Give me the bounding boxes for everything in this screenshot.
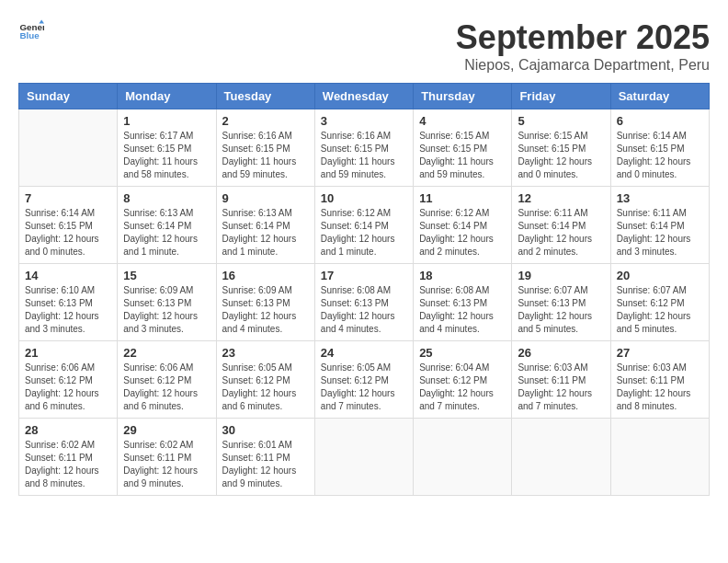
location-subtitle: Niepos, Cajamarca Department, Peru	[456, 57, 710, 74]
day-number: 24	[321, 346, 407, 360]
day-number: 13	[617, 191, 703, 205]
day-number: 6	[617, 114, 703, 128]
day-number: 21	[25, 346, 111, 360]
day-number: 7	[25, 191, 111, 205]
day-number: 18	[419, 269, 506, 282]
calendar-cell: 14Sunrise: 6:10 AM Sunset: 6:13 PM Dayli…	[19, 264, 118, 341]
day-number: 2	[222, 114, 309, 128]
day-number: 22	[123, 346, 210, 360]
day-number: 19	[518, 269, 604, 282]
calendar-cell: 29Sunrise: 6:02 AM Sunset: 6:11 PM Dayli…	[118, 419, 216, 496]
calendar-cell: 8Sunrise: 6:13 AM Sunset: 6:14 PM Daylig…	[118, 187, 216, 264]
cell-content: Sunrise: 6:09 AM Sunset: 6:13 PM Dayligh…	[123, 284, 210, 336]
calendar-cell: 13Sunrise: 6:11 AM Sunset: 6:14 PM Dayli…	[610, 187, 709, 264]
day-number: 15	[123, 269, 210, 282]
logo: General Blue	[18, 18, 44, 44]
day-header-thursday: Thursday	[414, 84, 512, 109]
week-row-5: 28Sunrise: 6:02 AM Sunset: 6:11 PM Dayli…	[19, 419, 710, 496]
cell-content: Sunrise: 6:04 AM Sunset: 6:12 PM Dayligh…	[419, 362, 506, 413]
calendar-cell: 22Sunrise: 6:06 AM Sunset: 6:12 PM Dayli…	[118, 341, 216, 419]
month-title: September 2025	[456, 18, 710, 57]
calendar-cell: 16Sunrise: 6:09 AM Sunset: 6:13 PM Dayli…	[216, 264, 314, 341]
day-header-friday: Friday	[512, 84, 610, 109]
day-number: 16	[222, 269, 309, 282]
cell-content: Sunrise: 6:07 AM Sunset: 6:12 PM Dayligh…	[617, 284, 703, 336]
day-header-saturday: Saturday	[610, 84, 709, 109]
day-number: 11	[419, 191, 506, 205]
logo-icon: General Blue	[18, 18, 44, 44]
calendar-cell: 15Sunrise: 6:09 AM Sunset: 6:13 PM Dayli…	[118, 264, 216, 341]
cell-content: Sunrise: 6:08 AM Sunset: 6:13 PM Dayligh…	[419, 284, 506, 336]
day-header-tuesday: Tuesday	[216, 84, 314, 109]
day-number: 5	[518, 114, 604, 128]
cell-content: Sunrise: 6:05 AM Sunset: 6:12 PM Dayligh…	[222, 362, 309, 413]
week-row-3: 14Sunrise: 6:10 AM Sunset: 6:13 PM Dayli…	[19, 264, 710, 341]
day-header-monday: Monday	[118, 84, 216, 109]
cell-content: Sunrise: 6:11 AM Sunset: 6:14 PM Dayligh…	[518, 207, 604, 259]
calendar-cell: 4Sunrise: 6:15 AM Sunset: 6:15 PM Daylig…	[414, 109, 512, 187]
calendar-cell: 23Sunrise: 6:05 AM Sunset: 6:12 PM Dayli…	[216, 341, 314, 419]
calendar-cell: 20Sunrise: 6:07 AM Sunset: 6:12 PM Dayli…	[610, 264, 709, 341]
calendar-cell: 27Sunrise: 6:03 AM Sunset: 6:11 PM Dayli…	[610, 341, 709, 419]
calendar-cell: 19Sunrise: 6:07 AM Sunset: 6:13 PM Dayli…	[512, 264, 610, 341]
day-header-sunday: Sunday	[19, 84, 118, 109]
day-number: 23	[222, 346, 309, 360]
calendar-cell: 12Sunrise: 6:11 AM Sunset: 6:14 PM Dayli…	[512, 187, 610, 264]
cell-content: Sunrise: 6:02 AM Sunset: 6:11 PM Dayligh…	[25, 439, 111, 490]
calendar-cell: 18Sunrise: 6:08 AM Sunset: 6:13 PM Dayli…	[414, 264, 512, 341]
cell-content: Sunrise: 6:12 AM Sunset: 6:14 PM Dayligh…	[321, 207, 407, 259]
calendar-cell: 9Sunrise: 6:13 AM Sunset: 6:14 PM Daylig…	[216, 187, 314, 264]
calendar-cell: 1Sunrise: 6:17 AM Sunset: 6:15 PM Daylig…	[118, 109, 216, 187]
calendar-cell: 2Sunrise: 6:16 AM Sunset: 6:15 PM Daylig…	[216, 109, 314, 187]
cell-content: Sunrise: 6:06 AM Sunset: 6:12 PM Dayligh…	[123, 362, 210, 413]
day-number: 25	[419, 346, 506, 360]
calendar-cell: 17Sunrise: 6:08 AM Sunset: 6:13 PM Dayli…	[314, 264, 413, 341]
day-number: 30	[222, 423, 309, 437]
day-number: 9	[222, 191, 309, 205]
calendar-cell: 25Sunrise: 6:04 AM Sunset: 6:12 PM Dayli…	[414, 341, 512, 419]
calendar-table: SundayMondayTuesdayWednesdayThursdayFrid…	[18, 83, 710, 496]
calendar-cell: 5Sunrise: 6:15 AM Sunset: 6:15 PM Daylig…	[512, 109, 610, 187]
calendar-cell: 3Sunrise: 6:16 AM Sunset: 6:15 PM Daylig…	[314, 109, 413, 187]
week-row-4: 21Sunrise: 6:06 AM Sunset: 6:12 PM Dayli…	[19, 341, 710, 419]
calendar-cell: 21Sunrise: 6:06 AM Sunset: 6:12 PM Dayli…	[19, 341, 118, 419]
calendar-cell: 28Sunrise: 6:02 AM Sunset: 6:11 PM Dayli…	[19, 419, 118, 496]
cell-content: Sunrise: 6:13 AM Sunset: 6:14 PM Dayligh…	[123, 207, 210, 259]
cell-content: Sunrise: 6:02 AM Sunset: 6:11 PM Dayligh…	[123, 439, 210, 490]
svg-text:Blue: Blue	[19, 30, 40, 40]
cell-content: Sunrise: 6:09 AM Sunset: 6:13 PM Dayligh…	[222, 284, 309, 336]
week-row-1: 1Sunrise: 6:17 AM Sunset: 6:15 PM Daylig…	[19, 109, 710, 187]
calendar-cell: 30Sunrise: 6:01 AM Sunset: 6:11 PM Dayli…	[216, 419, 314, 496]
title-section: September 2025 Niepos, Cajamarca Departm…	[456, 18, 710, 74]
cell-content: Sunrise: 6:05 AM Sunset: 6:12 PM Dayligh…	[321, 362, 407, 413]
cell-content: Sunrise: 6:03 AM Sunset: 6:11 PM Dayligh…	[617, 362, 703, 413]
cell-content: Sunrise: 6:15 AM Sunset: 6:15 PM Dayligh…	[518, 130, 604, 181]
day-number: 20	[617, 269, 703, 282]
cell-content: Sunrise: 6:16 AM Sunset: 6:15 PM Dayligh…	[321, 130, 407, 181]
day-number: 12	[518, 191, 604, 205]
calendar-cell: 26Sunrise: 6:03 AM Sunset: 6:11 PM Dayli…	[512, 341, 610, 419]
day-number: 8	[123, 191, 210, 205]
calendar-cell: 10Sunrise: 6:12 AM Sunset: 6:14 PM Dayli…	[314, 187, 413, 264]
cell-content: Sunrise: 6:17 AM Sunset: 6:15 PM Dayligh…	[123, 130, 210, 181]
calendar-cell: 7Sunrise: 6:14 AM Sunset: 6:15 PM Daylig…	[19, 187, 118, 264]
calendar-cell: 11Sunrise: 6:12 AM Sunset: 6:14 PM Dayli…	[414, 187, 512, 264]
cell-content: Sunrise: 6:06 AM Sunset: 6:12 PM Dayligh…	[25, 362, 111, 413]
day-number: 4	[419, 114, 506, 128]
day-header-wednesday: Wednesday	[314, 84, 413, 109]
cell-content: Sunrise: 6:14 AM Sunset: 6:15 PM Dayligh…	[617, 130, 703, 181]
day-number: 10	[321, 191, 407, 205]
day-number: 29	[123, 423, 210, 437]
calendar-cell	[512, 419, 610, 496]
day-number: 28	[25, 423, 111, 437]
day-number: 27	[617, 346, 703, 360]
cell-content: Sunrise: 6:14 AM Sunset: 6:15 PM Dayligh…	[25, 207, 111, 259]
page-header: General Blue September 2025 Niepos, Caja…	[18, 18, 710, 74]
day-number: 17	[321, 269, 407, 282]
calendar-cell: 6Sunrise: 6:14 AM Sunset: 6:15 PM Daylig…	[610, 109, 709, 187]
cell-content: Sunrise: 6:10 AM Sunset: 6:13 PM Dayligh…	[25, 284, 111, 336]
cell-content: Sunrise: 6:11 AM Sunset: 6:14 PM Dayligh…	[617, 207, 703, 259]
cell-content: Sunrise: 6:08 AM Sunset: 6:13 PM Dayligh…	[321, 284, 407, 336]
cell-content: Sunrise: 6:03 AM Sunset: 6:11 PM Dayligh…	[518, 362, 604, 413]
cell-content: Sunrise: 6:07 AM Sunset: 6:13 PM Dayligh…	[518, 284, 604, 336]
